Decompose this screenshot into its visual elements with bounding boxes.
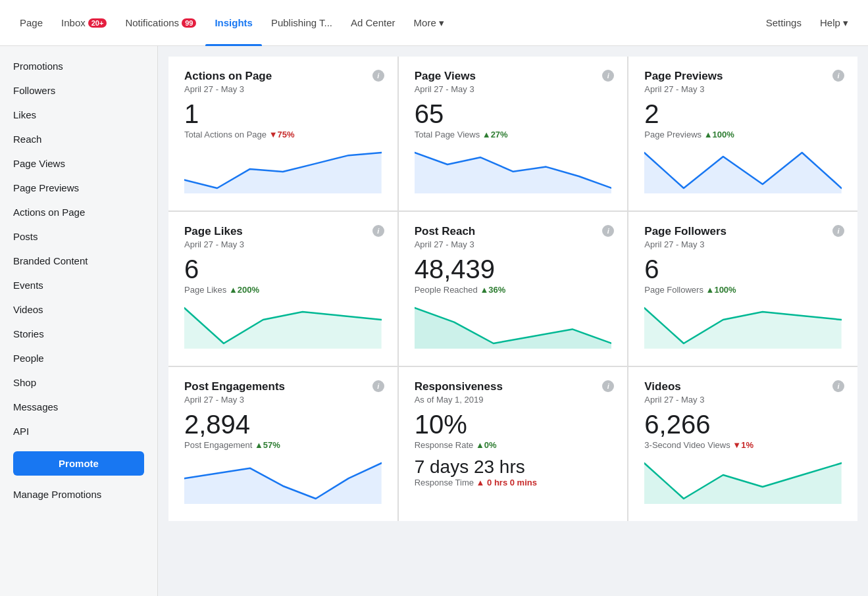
chart-4: [415, 303, 612, 355]
info-icon-0[interactable]: i: [372, 70, 384, 82]
cards-grid: i Actions on Page April 27 - May 3 1 Tot…: [168, 57, 857, 521]
promote-button[interactable]: Promote: [13, 451, 144, 476]
sidebar-item-events[interactable]: Events: [0, 273, 157, 297]
card-date-5: April 27 - May 3: [644, 239, 842, 249]
nav-help[interactable]: Help ▾: [811, 0, 857, 46]
extra-subtitle: Response Time ▲ 0 hrs 0 mins: [415, 478, 612, 487]
card-subtitle-3: Page Likes ▲200%: [184, 285, 382, 295]
sidebar-item-stories[interactable]: Stories: [0, 322, 157, 346]
nav-settings[interactable]: Settings: [757, 0, 811, 46]
info-icon-3[interactable]: i: [372, 225, 384, 237]
card-subtitle-0: Total Actions on Page ▼75%: [184, 130, 382, 139]
card-subtitle-2: Page Previews ▲100%: [644, 130, 842, 139]
notifications-badge: 99: [182, 18, 196, 28]
card-title-2: Page Previews: [644, 70, 842, 83]
info-icon-5[interactable]: i: [832, 225, 844, 237]
manage-promotions-link[interactable]: Manage Promotions: [0, 484, 157, 505]
nav-notifications[interactable]: Notifications 99: [116, 0, 205, 46]
sidebar-item-shop[interactable]: Shop: [0, 370, 157, 395]
card-date-2: April 27 - May 3: [644, 84, 842, 94]
card-value-2: 2: [644, 101, 842, 127]
card-subtitle-6: Post Engagement ▲57%: [184, 440, 382, 450]
card-date-3: April 27 - May 3: [184, 239, 382, 249]
card-value-1: 65: [415, 101, 612, 127]
card-change-3: ▲200%: [229, 285, 259, 295]
card-change-7: ▲0%: [476, 440, 497, 450]
sidebar-item-api[interactable]: API: [0, 419, 157, 443]
info-icon-6[interactable]: i: [372, 380, 384, 392]
info-icon-2[interactable]: i: [832, 70, 844, 82]
insight-card-6: i Post Engagements April 27 - May 3 2,89…: [168, 367, 397, 521]
chart-3: [184, 303, 382, 355]
insight-card-7: i Responsiveness As of May 1, 2019 10% R…: [399, 367, 628, 521]
info-icon-7[interactable]: i: [602, 380, 614, 392]
chart-2: [644, 147, 842, 200]
card-subtitle-8: 3-Second Video Views ▼1%: [644, 440, 842, 450]
card-title-7: Responsiveness: [415, 380, 612, 393]
chart-0: [184, 147, 382, 200]
info-icon-8[interactable]: i: [832, 380, 844, 392]
card-subtitle-4: People Reached ▲36%: [415, 285, 612, 295]
nav-adcenter[interactable]: Ad Center: [342, 0, 405, 46]
card-value-7: 10%: [415, 411, 612, 437]
card-change-6: ▲57%: [255, 440, 280, 450]
sidebar-item-pageviews[interactable]: Page Views: [0, 151, 157, 176]
nav-right: Settings Help ▾: [757, 0, 857, 46]
chart-1: [415, 147, 612, 200]
sidebar: Promotions Followers Likes Reach Page Vi…: [0, 46, 158, 596]
sidebar-item-videos[interactable]: Videos: [0, 297, 157, 322]
card-date-1: April 27 - May 3: [415, 84, 612, 94]
card-change-0: ▼75%: [269, 130, 295, 139]
info-icon-4[interactable]: i: [602, 225, 614, 237]
layout: Promotions Followers Likes Reach Page Vi…: [0, 46, 868, 596]
card-subtitle-5: Page Followers ▲100%: [644, 285, 842, 295]
card-change-2: ▲100%: [704, 130, 734, 139]
chart-5: [644, 303, 842, 355]
sidebar-item-people[interactable]: People: [0, 346, 157, 370]
card-value-4: 48,439: [415, 256, 612, 282]
card-subtitle-1: Total Page Views ▲27%: [415, 130, 612, 139]
card-title-5: Page Followers: [644, 225, 842, 238]
nav-publishing[interactable]: Publishing T...: [262, 0, 342, 46]
sidebar-item-reach[interactable]: Reach: [0, 127, 157, 151]
sidebar-item-posts[interactable]: Posts: [0, 224, 157, 249]
card-date-6: April 27 - May 3: [184, 395, 382, 405]
nav-inbox[interactable]: Inbox 20+: [52, 0, 116, 46]
nav-more[interactable]: More ▾: [405, 0, 453, 46]
card-date-0: April 27 - May 3: [184, 84, 382, 94]
extra-value: 7 days 23 hrs: [415, 458, 612, 476]
sidebar-item-followers[interactable]: Followers: [0, 78, 157, 103]
inbox-badge: 20+: [88, 18, 107, 28]
card-change-8: ▼1%: [732, 440, 753, 450]
card-date-7: As of May 1, 2019: [415, 395, 612, 405]
card-date-4: April 27 - May 3: [415, 239, 612, 249]
card-title-0: Actions on Page: [184, 70, 382, 83]
card-change-5: ▲100%: [706, 285, 736, 295]
card-title-1: Page Views: [415, 70, 612, 83]
main-content: i Actions on Page April 27 - May 3 1 Tot…: [158, 46, 868, 596]
card-title-8: Videos: [644, 380, 842, 393]
sidebar-item-actionsonpage[interactable]: Actions on Page: [0, 200, 157, 224]
card-value-6: 2,894: [184, 411, 382, 437]
card-value-8: 6,266: [644, 411, 842, 437]
insight-card-1: i Page Views April 27 - May 3 65 Total P…: [399, 57, 628, 211]
sidebar-item-messages[interactable]: Messages: [0, 395, 157, 419]
card-date-8: April 27 - May 3: [644, 395, 842, 405]
sidebar-item-likes[interactable]: Likes: [0, 103, 157, 127]
insight-card-8: i Videos April 27 - May 3 6,266 3-Second…: [628, 367, 857, 521]
chart-8: [644, 458, 842, 510]
top-nav: Page Inbox 20+ Notifications 99 Insights…: [0, 0, 868, 46]
sidebar-item-promotions[interactable]: Promotions: [0, 54, 157, 78]
nav-page[interactable]: Page: [11, 0, 52, 46]
info-icon-1[interactable]: i: [602, 70, 614, 82]
card-value-5: 6: [644, 256, 842, 282]
sidebar-item-brandedcontent[interactable]: Branded Content: [0, 249, 157, 273]
insight-card-3: i Page Likes April 27 - May 3 6 Page Lik…: [168, 212, 397, 366]
card-value-3: 6: [184, 256, 382, 282]
card-change-4: ▲36%: [480, 285, 505, 295]
card-subtitle-7: Response Rate ▲0%: [415, 440, 612, 450]
nav-insights[interactable]: Insights: [205, 0, 262, 46]
sidebar-item-pagepreviews[interactable]: Page Previews: [0, 176, 157, 200]
card-value-0: 1: [184, 101, 382, 127]
card-change-1: ▲27%: [482, 130, 508, 139]
